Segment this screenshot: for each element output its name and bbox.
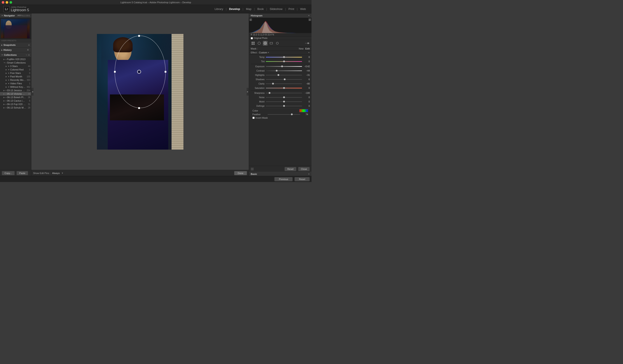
basic-header[interactable]: Basic ▼: [249, 172, 312, 176]
noise-track[interactable]: [266, 97, 302, 98]
collection-recently-modified[interactable]: ▶ ✦ Recently Modified 393: [0, 78, 31, 82]
collection-fuji-x20[interactable]: ▶ ▪ 06-13 Fuji X20 With... 31: [0, 102, 31, 106]
copy-button[interactable]: Copy...: [2, 171, 15, 175]
right-collapse-arrow[interactable]: ▶: [247, 88, 249, 96]
collection-video-files[interactable]: ▶ ✦ Video Files 1: [0, 82, 31, 85]
collection-five-stars[interactable]: ▶ ✦ Five Stars 0: [0, 71, 31, 75]
nav-map[interactable]: Map: [244, 6, 254, 11]
saturation-thumb[interactable]: [283, 87, 285, 89]
tint-track[interactable]: [266, 61, 302, 62]
history-clear-button[interactable]: ✕: [27, 48, 29, 51]
handle-bottom[interactable]: [138, 107, 140, 109]
navigator-header[interactable]: ▼ Navigator FIT FILL 1:1 3:1: [0, 13, 31, 18]
collections-add-button[interactable]: +: [28, 53, 30, 57]
invert-mask-checkbox[interactable]: [252, 117, 255, 119]
paste-button[interactable]: Paste: [16, 171, 28, 175]
small-square-button[interactable]: [251, 167, 254, 171]
collection-jessica-dress[interactable]: ▶ ▪ 03-13 Jessica Dress 254: [0, 89, 31, 92]
highlights-track[interactable]: [266, 75, 302, 75]
grid-tool-icon[interactable]: [251, 41, 255, 46]
feather-track[interactable]: [267, 114, 300, 115]
sharpness-track[interactable]: [266, 93, 302, 93]
handle-left[interactable]: [114, 71, 116, 73]
nav-web[interactable]: Web: [298, 6, 308, 11]
contrast-thumb[interactable]: [276, 70, 278, 72]
collection-cactus[interactable]: ▶ ▪ 06-13 Cactus in Garden 6: [0, 99, 31, 102]
defringe-track[interactable]: [266, 106, 302, 106]
close-local-button[interactable]: Close: [298, 167, 310, 171]
handle-right[interactable]: [165, 71, 166, 73]
maximize-button[interactable]: [9, 1, 12, 4]
saturation-value: 0: [302, 87, 310, 89]
collections-header[interactable]: ▼ Collections − +: [0, 52, 31, 58]
collection-past-month[interactable]: ▶ ✦ Past Month 105: [0, 75, 31, 78]
collection-victoria[interactable]: ▶ ▪ 05-13 Victoria Natural... 34: [0, 92, 31, 96]
tint-thumb[interactable]: [283, 61, 285, 62]
close-button[interactable]: [2, 1, 4, 4]
temp-track[interactable]: [266, 57, 302, 58]
sharpness-thumb[interactable]: [269, 92, 270, 94]
mask-edit-button[interactable]: Edit: [305, 47, 310, 50]
collection-smart[interactable]: ▼ ▪ Smart Collections: [0, 61, 31, 64]
saturation-track[interactable]: [266, 88, 302, 88]
collection-schulz[interactable]: ▶ ▪ 06-13 Schulz Museum 28: [0, 106, 31, 109]
hist-left-button[interactable]: ▲: [249, 18, 252, 21]
zoom-fill[interactable]: FILL: [21, 15, 24, 17]
nav-develop[interactable]: Develop: [227, 6, 242, 11]
collection-3stars[interactable]: ▶ ✦ 3 Stars 44: [0, 64, 31, 68]
bottom-reset-button[interactable]: Reset: [294, 177, 310, 181]
moire-track[interactable]: [266, 101, 302, 102]
oval-tool-icon[interactable]: [275, 41, 280, 46]
zoom-3-1[interactable]: 3:1: [27, 15, 30, 17]
shadows-thumb[interactable]: [284, 79, 286, 80]
collection-without-keywords[interactable]: ▶ ✦ Without Keywords 482: [0, 85, 31, 89]
thumb-preview[interactable]: [1, 19, 30, 38]
collection-fujifilm[interactable]: ▶ ▪ Fujifilm X20 2013: [0, 58, 31, 61]
smart-icon-video: ✦: [8, 82, 9, 85]
feather-thumb[interactable]: [291, 114, 293, 115]
color-swatch[interactable]: [299, 109, 308, 112]
clarity-track[interactable]: [266, 83, 302, 84]
noise-thumb[interactable]: [283, 96, 285, 98]
nav-slideshow[interactable]: Slideshow: [267, 6, 285, 11]
histogram-header[interactable]: Histogram ▼: [249, 13, 312, 18]
snapshots-header[interactable]: ▶ Snapshots +: [0, 42, 31, 48]
minimize-button[interactable]: [6, 1, 8, 4]
highlights-thumb[interactable]: [278, 74, 279, 76]
b-value: B 15.4 %: [266, 34, 274, 36]
tint-label: Tint: [251, 60, 266, 63]
collection-colored-red[interactable]: ▶ ✦ Colored Red 0: [0, 68, 31, 71]
temp-thumb[interactable]: [283, 56, 285, 58]
zoom-fit[interactable]: FIT: [18, 15, 21, 17]
radial-tool-icon[interactable]: [263, 41, 267, 46]
nav-print[interactable]: Print: [286, 6, 296, 11]
handle-top[interactable]: [138, 35, 140, 37]
reset-local-button[interactable]: Reset: [285, 167, 296, 171]
contrast-track[interactable]: [266, 70, 302, 71]
left-collapse-arrow[interactable]: ◀: [31, 88, 34, 96]
moire-thumb[interactable]: [283, 101, 285, 102]
rect-tool-icon[interactable]: [269, 41, 274, 46]
previous-button[interactable]: Previous: [274, 177, 293, 181]
clarity-thumb[interactable]: [272, 83, 274, 84]
nav-library[interactable]: Library: [212, 6, 225, 11]
exposure-thumb[interactable]: [281, 65, 283, 67]
zoom-1-1[interactable]: 1:1: [24, 15, 27, 17]
center-point[interactable]: [137, 70, 141, 74]
collection-bokeh-plants[interactable]: ▶ ▪ 06-13 Bokeh Plants 38: [0, 96, 31, 99]
nav-book[interactable]: Book: [255, 6, 266, 11]
defringe-thumb[interactable]: [283, 105, 285, 107]
hist-right-button[interactable]: ▲: [309, 18, 311, 21]
right-bottom-buttons: Reset Close: [249, 166, 312, 172]
circle-tool-icon[interactable]: [257, 41, 262, 46]
original-photo-checkbox[interactable]: [251, 37, 253, 39]
history-header[interactable]: ▶ History ✕: [0, 48, 31, 52]
slider-tool-icon[interactable]: [305, 41, 310, 46]
done-button[interactable]: Done: [234, 171, 247, 175]
snapshots-add-button[interactable]: +: [28, 43, 30, 47]
image-container[interactable]: ◀ ▶: [31, 13, 249, 170]
shadows-track[interactable]: [266, 79, 302, 80]
mask-new-button[interactable]: New: [299, 47, 304, 50]
collections-minus-button[interactable]: −: [26, 53, 27, 56]
exposure-track[interactable]: [266, 66, 302, 67]
